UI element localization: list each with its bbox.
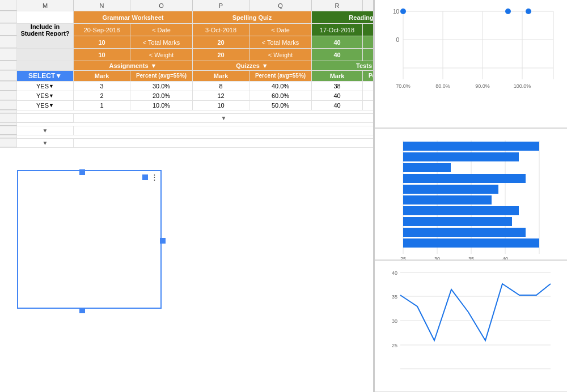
test-total-marks: 40 <box>312 36 363 48</box>
svg-text:25: 25 <box>400 256 406 260</box>
quiz-mark-header: Mark <box>193 71 249 81</box>
empty-6a: ▼ <box>17 139 74 147</box>
pct3-1: 95.0% <box>363 82 374 91</box>
chart-resize-bottom[interactable] <box>79 308 85 313</box>
pct1-3: 10.0% <box>130 101 193 110</box>
hbar-chart-svg: 25 30 35 40 <box>380 135 556 260</box>
blank-3 <box>17 36 74 48</box>
row-num-6 <box>0 71 17 81</box>
svg-text:90.0%: 90.0% <box>475 83 490 89</box>
test-total-marks-prefix: < Total Marks <box>363 36 374 48</box>
select-3[interactable]: YES ▼ <box>17 101 74 110</box>
mark1-1: 3 <box>74 82 130 91</box>
row-num-14 <box>0 135 17 138</box>
data-row-3: YES ▼ 1 10.0% 10 50.0% 40 100.0% <box>0 101 374 110</box>
empty-row-6: ▼ <box>0 139 374 148</box>
pct1-2: 20.0% <box>130 91 193 100</box>
svg-rect-32 <box>403 238 539 248</box>
col-header-row: M N O P Q R S <box>0 0 374 11</box>
chart-menu-dots[interactable]: ⋮ <box>151 173 158 181</box>
scatter-point-2 <box>505 8 511 14</box>
quiz-date-prefix: < Date <box>249 24 312 36</box>
assignment-date: 20-Sep-2018 <box>74 24 130 36</box>
test-weight-prefix: < Weight <box>363 49 374 61</box>
mark1-3: 1 <box>74 101 130 110</box>
scatter-chart-box: 10 0 70.0% 80.0% 90.0% 100.0% <box>375 0 567 128</box>
svg-text:40: 40 <box>502 256 508 260</box>
assignments-dropdown[interactable]: ▼ <box>151 62 157 69</box>
mark1-2: 2 <box>74 91 130 100</box>
chart-resize-right[interactable] <box>160 238 166 244</box>
assign-mark-header: Mark <box>74 71 130 81</box>
empty-4a: ▼ <box>17 126 74 135</box>
empty-5 <box>17 135 374 138</box>
mark2-2: 12 <box>193 91 249 100</box>
svg-rect-31 <box>403 228 526 237</box>
row-num-1 <box>0 11 17 23</box>
col-header-p: P <box>193 0 249 11</box>
svg-rect-24 <box>403 152 519 161</box>
empty-1 <box>17 110 374 113</box>
assignments-label: Assignments <box>109 62 149 69</box>
grammar-worksheet-header: Grammar Worksheet <box>74 11 193 23</box>
select-label: SELECT <box>28 72 55 80</box>
svg-rect-23 <box>403 142 539 151</box>
test-date: 17-Oct-2018 <box>312 24 363 36</box>
pct3-3: 100.0% <box>363 101 374 110</box>
assignment-total-marks: 10 <box>74 36 130 48</box>
scatter-chart-svg: 10 0 70.0% 80.0% 90.0% 100.0% <box>380 6 556 105</box>
line-chart-svg: 40 35 30 25 <box>380 267 556 391</box>
quiz-total-marks-prefix: < Total Marks <box>249 36 312 48</box>
select-2[interactable]: YES ▼ <box>17 91 74 100</box>
svg-rect-28 <box>403 195 492 204</box>
test-mark-header: Mark <box>312 71 363 81</box>
tests-category: Tests ▼ <box>312 61 374 70</box>
chart-resize-top[interactable] <box>79 169 85 175</box>
row-num-5 <box>0 61 17 70</box>
corner-cell <box>0 0 17 11</box>
svg-text:0: 0 <box>396 37 399 43</box>
col-header-r: R <box>312 0 363 11</box>
blank-4 <box>17 49 74 61</box>
select-cell[interactable]: SELECT ▼ <box>17 71 74 81</box>
row-num-15 <box>0 139 17 147</box>
svg-text:30: 30 <box>434 256 440 260</box>
mark3-1: 38 <box>312 82 363 91</box>
select-dropdown-arrow[interactable]: ▼ <box>55 72 62 80</box>
pct3-2: 100.0% <box>363 91 374 100</box>
total-marks-row: 10 < Total Marks 20 < Total Marks 40 < T… <box>0 36 374 49</box>
svg-rect-25 <box>403 163 451 172</box>
mark2-1: 8 <box>193 82 249 91</box>
chart-resize-handle[interactable] <box>142 174 148 180</box>
select-1[interactable]: YES ▼ <box>17 82 74 91</box>
charts-panel: 10 0 70.0% 80.0% 90.0% 100.0% <box>374 0 567 392</box>
line-chart-box: 40 35 30 25 <box>375 261 567 392</box>
empty-2b: ▼ <box>74 114 374 122</box>
group-header-row: Grammar Worksheet Spelling Quiz Reading … <box>0 11 374 24</box>
row-num-12 <box>0 123 17 126</box>
data-row-2: YES ▼ 2 20.0% 12 60.0% 40 100.0% <box>0 91 374 101</box>
svg-text:100.0%: 100.0% <box>514 83 531 89</box>
svg-text:25: 25 <box>392 343 397 348</box>
scatter-point-1 <box>400 8 406 14</box>
include-label-cell: Include in Student Report? <box>17 24 74 36</box>
svg-text:80.0%: 80.0% <box>435 83 450 89</box>
test-percent-header: Percent (avg=91%) <box>363 71 374 81</box>
mark3-3: 40 <box>312 101 363 110</box>
reading-test-header: Reading Test <box>312 11 374 23</box>
quizzes-label: Quizzes <box>236 62 260 69</box>
svg-rect-27 <box>403 185 498 194</box>
mark3-2: 40 <box>312 91 363 100</box>
dates-row: Include in Student Report? 20-Sep-2018 <… <box>0 24 374 36</box>
quiz-weight: 20 <box>193 49 249 61</box>
empty-6b <box>74 139 374 147</box>
quizzes-dropdown[interactable]: ▼ <box>262 62 268 69</box>
bar-chart-overlay: ⋮ <box>17 170 162 309</box>
row-num-7 <box>0 82 17 91</box>
svg-rect-29 <box>403 206 519 215</box>
hbar-chart-box: 25 30 35 40 <box>375 129 567 260</box>
row-num-13 <box>0 126 17 135</box>
svg-text:35: 35 <box>392 294 397 300</box>
svg-text:70.0%: 70.0% <box>396 83 411 89</box>
pct1-1: 30.0% <box>130 82 193 91</box>
